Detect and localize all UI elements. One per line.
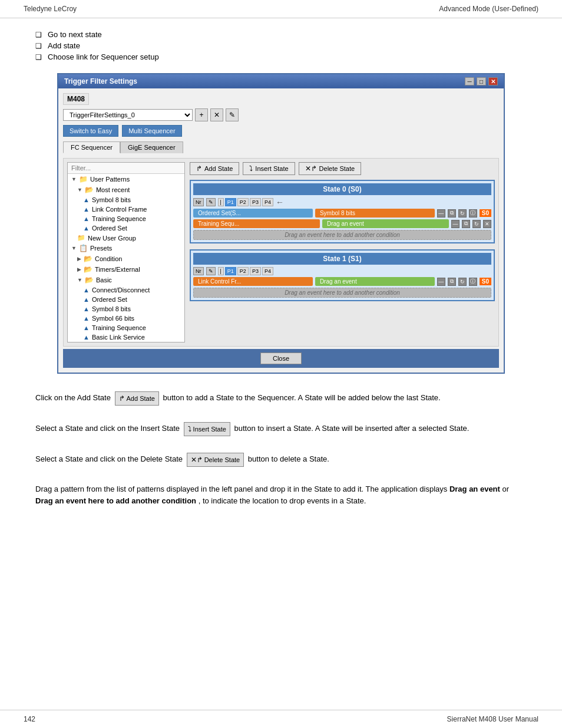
tree-training-seq-1[interactable]: ▲ Training Sequence [68,214,184,223]
edit-icon-btn[interactable]: ✎ [226,108,239,121]
expand-arrow: ▶ [77,256,81,262]
state0-e2-copy[interactable]: ⧉ [462,220,470,228]
add-state-button[interactable]: ↱ Add State [190,162,239,175]
main-content: Go to next state Add state Choose link f… [0,18,562,558]
switch-multi-btn[interactable]: Multi Sequencer [122,125,182,137]
port-p2[interactable]: P2 [237,198,249,206]
state0-minus-icon[interactable]: — [437,209,445,218]
tree-new-user-group[interactable]: 📁 New User Group [68,233,184,243]
state1-drag-pill[interactable]: Drag an event [315,277,435,286]
port-p3[interactable]: P3 [250,198,261,206]
state1-nr-btn[interactable]: Nr [193,267,204,275]
tree-label: User Patterns [90,176,130,183]
tree-ordered-set-2[interactable]: ▲ Ordered Set [68,295,184,304]
tree-symbol8-2[interactable]: ▲ Symbol 8 bits [68,304,184,314]
tab-fc[interactable]: FC Sequencer [63,141,120,153]
state1-edit-btn[interactable]: ✎ [206,267,216,275]
insert-state-icon: ⤵ [249,164,253,173]
state0-drag-event[interactable]: Drag an event [322,219,449,228]
minimize-button[interactable]: ─ [465,77,474,85]
tree-training-seq-2[interactable]: ▲ Training Sequence [68,323,184,332]
trigger-dropdown[interactable]: TriggerFilterSettings_0 [63,109,193,121]
state1-port-p3[interactable]: P3 [250,267,261,275]
s0-badge: S0 [480,209,491,217]
state0-event2-pill[interactable]: Training Sequ... [193,219,320,228]
folder-icon: 📋 [79,244,88,252]
state0-container: State 0 (S0) Nr ✎ | P1 P2 P3 P4 [190,180,495,243]
tree-user-patterns[interactable]: ▼ 📁 User Patterns [68,174,184,185]
insert-state-inline-btn[interactable]: ⤵ Insert State [184,422,230,436]
folder-icon: 📂 [84,255,92,263]
expand-arrow: ▼ [71,245,77,251]
tree-timers[interactable]: ▶ 📂 Timers/External [68,264,184,275]
state0-info-icon[interactable]: ⓘ [469,209,477,218]
state1-info-icon[interactable]: ⓘ [469,278,477,286]
tree-most-recent[interactable]: ▼ 📂 Most recent [68,185,184,195]
tree-connect-disconnect[interactable]: ▲ Connect/Disconnect [68,285,184,295]
filter-input[interactable] [68,163,184,174]
tree-label: Training Sequence [92,215,146,222]
state0-edit-btn[interactable]: ✎ [206,198,216,206]
state1-port-p1[interactable]: P1 [225,267,236,275]
close-button[interactable]: ✕ [488,77,498,85]
folder-icon: 📂 [84,265,92,274]
state0-row1: Nr ✎ | P1 P2 P3 P4 ← [193,197,491,207]
state0-copy-icon[interactable]: ⧉ [448,209,456,218]
add-state-btn-icon: ↱ [119,393,125,404]
tree-label: Most recent [96,186,130,193]
maximize-button[interactable]: □ [477,77,486,85]
close-row: Close [63,349,499,368]
port-p1[interactable]: P1 [225,198,236,206]
state1-drag-hint: Drag an event here to add another condit… [193,288,491,298]
add-state-text-after: button to add a State to the Sequencer. … [163,393,440,402]
state0-event1-detail[interactable]: Symbol 8 bits [315,209,435,218]
tree-ordered-set-1[interactable]: ▲ Ordered Set [68,223,184,233]
delete-state-button[interactable]: ✕↱ Delete State [299,162,362,175]
state0-event2-row: Training Sequ... Drag an event — ⧉ ↻ ✕ [193,219,491,228]
delete-icon-btn[interactable]: ✕ [210,108,223,121]
footer-left: 142 [24,715,35,723]
tree-presets[interactable]: ▼ 📋 Presets [68,243,184,253]
tree-label: Connect/Disconnect [92,286,150,294]
state0-e2-minus[interactable]: — [451,220,459,228]
delete-state-icon: ✕↱ [305,164,317,173]
state0-e2-del[interactable]: ✕ [483,220,491,228]
state0-title: State 0 (S0) [193,183,491,195]
tree-condition[interactable]: ▶ 📂 Condition [68,253,184,264]
expand-arrow: ▶ [77,266,81,272]
state1-copy-icon[interactable]: ⧉ [448,278,456,286]
state1-refresh-icon[interactable]: ↻ [458,278,467,286]
state0-event1-pill[interactable]: Ordered Set(S... [193,209,313,218]
close-dialog-btn[interactable]: Close [260,353,302,364]
bullet-list: Go to next state Add state Choose link f… [35,30,527,61]
delete-state-text-after: button to delete a State. [248,454,329,463]
delete-state-inline-btn[interactable]: ✕↱ Delete State [187,453,244,467]
tree-basic-link[interactable]: ▲ Basic Link Service [68,332,184,342]
add-icon-btn[interactable]: + [195,108,208,121]
insert-state-button[interactable]: ⤵ Insert State [243,162,295,175]
m408-label: M408 [63,93,89,105]
tree-link-control[interactable]: ▲ Link Control Frame [68,205,184,214]
port-p4[interactable]: P4 [262,198,273,206]
state0-nr-btn[interactable]: Nr [193,198,204,206]
state0-e2-refresh[interactable]: ↻ [472,220,481,228]
item-icon: ▲ [83,324,90,331]
add-state-text-before: Click on the Add State [35,393,113,402]
tree-panel: ▼ 📁 User Patterns ▼ 📂 Most recent ▲ Symb… [67,162,185,342]
state1-minus-icon[interactable]: — [437,278,445,286]
bullet-item-2: Add state [35,41,527,50]
state1-port-p4[interactable]: P4 [262,267,273,275]
item-icon: ▲ [83,215,90,222]
add-state-inline-btn[interactable]: ↱ Add State [115,391,159,406]
state1-title: State 1 (S1) [193,253,491,265]
insert-state-section: Select a State and click on the Insert S… [35,422,527,436]
state1-port-p2[interactable]: P2 [237,267,249,275]
tab-gige[interactable]: GigE Sequencer [120,141,183,153]
tree-basic[interactable]: ▼ 📂 Basic [68,275,184,285]
tree-symbol8-1[interactable]: ▲ Symbol 8 bits [68,195,184,205]
state1-event1-pill[interactable]: Link Control Fr... [193,277,313,286]
switch-easy-btn[interactable]: Switch to Easy [63,125,118,137]
tree-label: New User Group [88,235,136,242]
state0-refresh-icon[interactable]: ↻ [458,209,467,218]
tree-symbol66[interactable]: ▲ Symbol 66 bits [68,314,184,323]
